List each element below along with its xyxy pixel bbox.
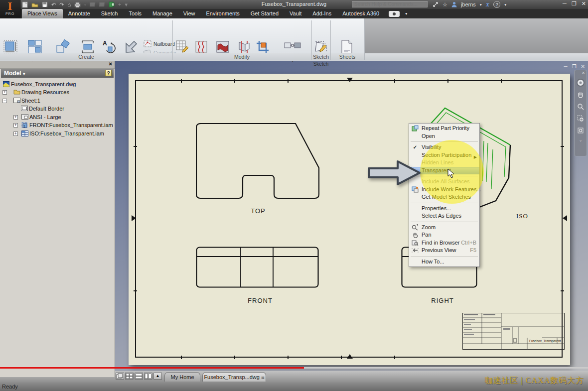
tab-place-views[interactable]: Place Views <box>22 9 63 18</box>
tab-vault[interactable]: Vault <box>284 9 307 18</box>
appearance-icon <box>99 2 105 7</box>
tree-item-sheet1[interactable]: − Sheet:1 <box>2 97 40 105</box>
browser-header[interactable]: Model ▾ ? <box>1 69 114 78</box>
tree-item-iso-view[interactable]: + ISO:Fusebox_Transparent.iam <box>13 130 104 137</box>
search-input[interactable] <box>352 1 428 7</box>
tree-item-front-view[interactable]: + 1 FRONT:Fusebox_Transparent.iam <box>13 121 113 129</box>
doc-restore-button[interactable]: ❐ <box>572 64 577 69</box>
sheets-panel-label[interactable]: Sheets <box>330 54 364 60</box>
menu-item-previous-view[interactable]: Previous View F5 <box>409 247 479 255</box>
find-in-browser-icon <box>411 239 420 247</box>
send-feedback-icon[interactable] <box>433 1 439 7</box>
open-file-icon[interactable] <box>31 2 38 7</box>
new-file-icon[interactable] <box>22 1 28 8</box>
close-button[interactable]: ✕ <box>582 0 586 7</box>
menu-item-visibility[interactable]: ✓ Visibility <box>409 143 479 151</box>
user-name[interactable]: jberns <box>461 1 476 7</box>
cascade-windows-button[interactable] <box>116 373 124 380</box>
menu-item-properties[interactable]: Properties... <box>409 205 479 213</box>
exchange-apps-icon[interactable]: X <box>486 1 489 7</box>
tree-item-drawing-resources[interactable]: + Drawing Resources <box>2 88 69 96</box>
menu-item-find-in-browser[interactable]: Find in Browser Ctrl+B <box>409 239 479 247</box>
help-dropdown-icon[interactable]: ▾ <box>504 2 506 7</box>
zoom-all-icon[interactable] <box>576 126 585 135</box>
application-menu-button[interactable]: I PRO <box>0 0 20 18</box>
menu-item-zoom[interactable]: Zoom <box>409 224 479 232</box>
border-icon <box>21 106 27 112</box>
tab-environments[interactable]: Environments <box>201 9 245 18</box>
top-view-drawing[interactable] <box>196 123 320 200</box>
ribbon-display-dropdown-icon[interactable]: ▾ <box>400 9 413 18</box>
repeat-part-priority-icon <box>411 125 420 132</box>
menu-item-get-model-sketches[interactable]: Get Model Sketches <box>409 193 479 201</box>
menu-item-repeat-part-priority[interactable]: Repeat Part Priority <box>409 125 479 132</box>
tab-close-icon[interactable]: ⊠ <box>261 376 265 380</box>
menu-item-select-as-edges[interactable]: Select As Edges <box>409 212 479 220</box>
restore-button[interactable]: ❐ <box>572 0 577 7</box>
tree-item-ansi-large[interactable]: + ANSI - Large <box>13 113 61 121</box>
drawing-sheet[interactable]: TOP FRONT RIGHT ISO <box>129 74 570 365</box>
save-icon[interactable] <box>42 1 48 7</box>
navbar-close-icon[interactable]: ✕ <box>582 71 585 75</box>
doc-close-button[interactable]: ✕ <box>581 64 585 69</box>
nailboard-button[interactable]: Nailboard <box>144 40 175 47</box>
undo-icon[interactable]: ↶ <box>51 1 56 8</box>
tab-fusebox-document[interactable]: Fusebox_Transp...dwg ⊠ <box>202 372 266 382</box>
expand-icon[interactable]: + <box>13 115 18 120</box>
favorites-star-icon[interactable]: ☆ <box>442 1 447 8</box>
tab-add-ins[interactable]: Add-Ins <box>307 9 337 18</box>
menu-item-include-work-features[interactable]: Include Work Features... <box>409 186 479 194</box>
tab-get-started[interactable]: Get Started <box>245 9 284 18</box>
menu-item-open[interactable]: Open <box>409 132 479 140</box>
print-icon[interactable] <box>74 2 81 7</box>
tab-view[interactable]: View <box>178 9 201 18</box>
camera-icon[interactable] <box>389 11 400 17</box>
doc-minimize-button[interactable]: ─ <box>564 64 568 69</box>
redo-icon[interactable]: ↷ <box>59 1 64 8</box>
app-badge: PRO <box>0 12 20 15</box>
steering-wheel-icon[interactable] <box>576 78 585 87</box>
collapse-icon[interactable]: − <box>2 99 7 103</box>
home-icon[interactable]: ⌂ <box>67 1 71 7</box>
svg-text:A: A <box>103 40 107 47</box>
browser-title: Model <box>4 70 21 77</box>
qat-customize-icon[interactable]: ▾ <box>125 1 128 8</box>
browser-help-icon[interactable]: ? <box>105 70 112 76</box>
window-controls: ─ ❐ ✕ <box>563 0 586 7</box>
user-dropdown-icon[interactable]: ▾ <box>480 2 482 7</box>
navbar-more-icon[interactable]: ⌄ <box>579 138 583 142</box>
menu-item-transparent[interactable]: Transparent <box>409 167 479 175</box>
zoom-window-icon[interactable] <box>576 114 585 123</box>
graphics-window[interactable]: ─ ❐ ✕ ✕ ⌄ <box>115 61 588 371</box>
tab-annotate[interactable]: Annotate <box>63 9 96 18</box>
front-view-drawing[interactable] <box>196 247 320 289</box>
expand-icon[interactable]: + <box>2 90 7 95</box>
tab-autodesk-a360[interactable]: Autodesk A360 <box>337 9 385 18</box>
browser-close-icon[interactable]: ✕ <box>109 61 113 67</box>
pan-hand-icon[interactable] <box>576 90 585 99</box>
tree-item-document[interactable]: Fusebox_Transparent.dwg <box>3 80 76 88</box>
tile-vertical-button[interactable] <box>144 373 152 380</box>
menu-item-how-to[interactable]: How To... <box>409 258 479 266</box>
expand-icon[interactable]: + <box>13 131 18 136</box>
tab-my-home[interactable]: My Home <box>164 372 200 382</box>
start-sketch-button[interactable]: Start Sketch <box>312 39 330 67</box>
menu-item-section-participation[interactable]: Section Participation ▶ <box>409 151 479 159</box>
menu-item-pan[interactable]: Pan <box>409 231 479 239</box>
zoom-icon[interactable] <box>576 102 585 111</box>
exit-icon[interactable] <box>109 1 115 7</box>
tab-manage[interactable]: Manage <box>147 9 178 18</box>
tile-windows-button[interactable] <box>125 373 134 380</box>
tab-tools[interactable]: Tools <box>123 9 147 18</box>
video-progress-track[interactable] <box>0 367 588 369</box>
help-icon[interactable]: ? <box>493 1 500 8</box>
expand-icon[interactable]: + <box>13 123 18 128</box>
tab-sketch[interactable]: Sketch <box>96 9 124 18</box>
create-panel-label[interactable]: Create <box>0 54 172 60</box>
sketch-panel-label[interactable]: Sketch <box>311 54 330 60</box>
expand-tabbar-button[interactable]: ▲ <box>153 373 162 380</box>
tree-item-default-border[interactable]: Default Border <box>21 105 64 113</box>
tile-horizontal-button[interactable] <box>135 373 143 380</box>
minimize-button[interactable]: ─ <box>563 0 567 7</box>
modify-panel-label[interactable]: Modify <box>172 54 311 60</box>
